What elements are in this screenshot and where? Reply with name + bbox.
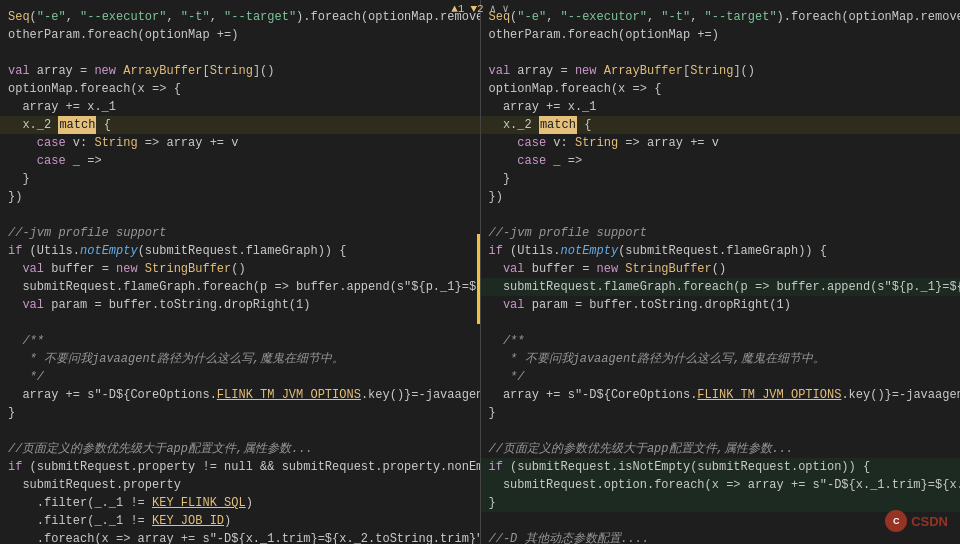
left-pane: Seq("-e", "--executor", "-t", "--target"… bbox=[0, 0, 481, 544]
code-line: if (Utils.notEmpty(submitRequest.flameGr… bbox=[481, 242, 961, 260]
match-highlight: match bbox=[539, 116, 577, 134]
code-line: .filter(_._1 != KEY_FLINK_SQL) bbox=[0, 494, 480, 512]
code-line: } bbox=[0, 170, 480, 188]
code-line: */ bbox=[481, 368, 961, 386]
code-line: .filter(_._1 != KEY_JOB_ID) bbox=[0, 512, 480, 530]
code-line: submitRequest.property bbox=[0, 476, 480, 494]
code-line: array += x._1 bbox=[0, 98, 480, 116]
code-line: Seq("-e", "--executor", "-t", "--target"… bbox=[481, 8, 961, 26]
code-line bbox=[481, 206, 961, 224]
match-highlight: match bbox=[58, 116, 96, 134]
code-line: } bbox=[481, 404, 961, 422]
code-line: array += s"-D${CoreOptions.FLINK_TM_JVM_… bbox=[481, 386, 961, 404]
top-bar: ▲1 ▼2 ∧ ∨ bbox=[451, 2, 509, 15]
code-line: .foreach(x => array += s"-D${x._1.trim}=… bbox=[0, 530, 480, 544]
code-line: /** bbox=[0, 332, 480, 350]
code-line: val array = new ArrayBuffer[String]() bbox=[481, 62, 961, 80]
code-line: //-jvm profile support bbox=[0, 224, 480, 242]
csdn-text: CSDN bbox=[911, 514, 948, 529]
code-line: //页面定义的参数优先级大于app配置文件,属性参数... bbox=[0, 440, 480, 458]
match-indicator-1: ▲1 bbox=[451, 3, 464, 15]
code-line: otherParam.foreach(optionMap +=) bbox=[0, 26, 480, 44]
nav-up[interactable]: ∧ bbox=[490, 2, 497, 15]
code-line: case v: String => array += v bbox=[0, 134, 480, 152]
code-line: } bbox=[0, 404, 480, 422]
code-line: case _ => bbox=[481, 152, 961, 170]
code-line: submitRequest.flameGraph.foreach(p => bu… bbox=[0, 278, 480, 296]
code-line bbox=[481, 44, 961, 62]
code-line: } bbox=[481, 170, 961, 188]
code-line bbox=[481, 314, 961, 332]
code-line: case _ => bbox=[0, 152, 480, 170]
code-line: optionMap.foreach(x => { bbox=[0, 80, 480, 98]
code-line: * 不要问我javaagent路径为什么这么写,魔鬼在细节中。 bbox=[481, 350, 961, 368]
code-line bbox=[0, 314, 480, 332]
code-line: val array = new ArrayBuffer[String]() bbox=[0, 62, 480, 80]
code-line: * 不要问我javaagent路径为什么这么写,魔鬼在细节中。 bbox=[0, 350, 480, 368]
code-line-match: x._2 match { bbox=[0, 116, 480, 134]
editor-container: ▲1 ▼2 ∧ ∨ Seq("-e", "--executor", "-t", … bbox=[0, 0, 960, 544]
code-line: otherParam.foreach(optionMap +=) bbox=[481, 26, 961, 44]
right-pane: Seq("-e", "--executor", "-t", "--target"… bbox=[481, 0, 961, 544]
match-indicator-2: ▼2 bbox=[470, 3, 483, 15]
code-line: array += x._1 bbox=[481, 98, 961, 116]
code-line: }) bbox=[0, 188, 480, 206]
code-line: /** bbox=[481, 332, 961, 350]
code-line: Seq("-e", "--executor", "-t", "--target"… bbox=[0, 8, 480, 26]
code-line: val buffer = new StringBuffer() bbox=[481, 260, 961, 278]
code-line: val param = buffer.toString.dropRight(1) bbox=[481, 296, 961, 314]
code-line: optionMap.foreach(x => { bbox=[481, 80, 961, 98]
code-line: if (submitRequest.isNotEmpty(submitReque… bbox=[481, 458, 961, 476]
code-line: val buffer = new StringBuffer() bbox=[0, 260, 480, 278]
code-line bbox=[0, 422, 480, 440]
code-line: submitRequest.flameGraph.foreach(p => bu… bbox=[481, 278, 961, 296]
code-line: case v: String => array += v bbox=[481, 134, 961, 152]
code-line: //-D 其他动态参数配置.... bbox=[481, 530, 961, 544]
nav-down[interactable]: ∨ bbox=[502, 2, 509, 15]
csdn-watermark: C CSDN bbox=[885, 510, 948, 532]
code-line: val param = buffer.toString.dropRight(1) bbox=[0, 296, 480, 314]
code-line: submitRequest.option.foreach(x => array … bbox=[481, 476, 961, 494]
code-line-match: x._2 match { bbox=[481, 116, 961, 134]
code-line bbox=[0, 206, 480, 224]
code-line: //页面定义的参数优先级大于app配置文件,属性参数... bbox=[481, 440, 961, 458]
code-line: if (Utils.notEmpty(submitRequest.flameGr… bbox=[0, 242, 480, 260]
code-line bbox=[0, 44, 480, 62]
code-line: array += s"-D${CoreOptions.FLINK_TM_JVM_… bbox=[0, 386, 480, 404]
code-line: //-jvm profile support bbox=[481, 224, 961, 242]
code-line: */ bbox=[0, 368, 480, 386]
csdn-logo: C bbox=[885, 510, 907, 532]
code-line: if (submitRequest.property != null && su… bbox=[0, 458, 480, 476]
code-line bbox=[481, 422, 961, 440]
code-line: }) bbox=[481, 188, 961, 206]
